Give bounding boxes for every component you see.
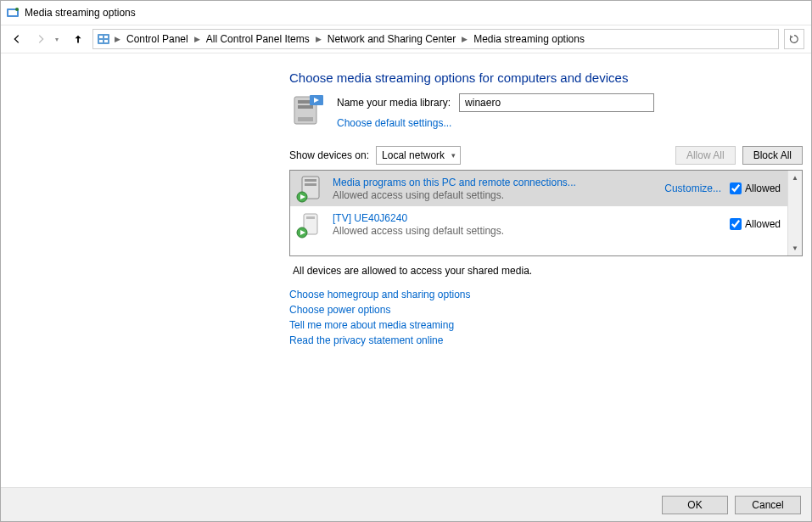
choose-default-settings-link[interactable]: Choose default settings...: [337, 117, 654, 129]
address-bar[interactable]: ▶ Control Panel ▶ All Control Panel Item…: [92, 29, 779, 49]
power-options-link[interactable]: Choose power options: [289, 304, 803, 316]
device-status: Allowed access using default settings.: [333, 225, 721, 237]
device-item[interactable]: Media programs on this PC and remote con…: [290, 171, 787, 206]
block-all-button[interactable]: Block All: [742, 146, 803, 165]
content-area: Choose media streaming options for compu…: [1, 53, 811, 346]
svg-rect-20: [306, 216, 315, 219]
forward-button[interactable]: [31, 30, 50, 48]
cancel-button[interactable]: Cancel: [735, 496, 801, 514]
device-name-link[interactable]: [TV] UE40J6240: [333, 212, 721, 224]
app-icon: [6, 6, 20, 20]
history-dropdown[interactable]: ▾: [55, 36, 64, 43]
chevron-right-icon[interactable]: ▶: [193, 35, 201, 43]
allowed-checkbox[interactable]: Allowed: [730, 218, 781, 230]
back-button[interactable]: [8, 30, 26, 48]
scroll-up-button[interactable]: ▲: [788, 171, 802, 185]
device-list: Media programs on this PC and remote con…: [289, 170, 803, 256]
footer: OK Cancel: [1, 487, 811, 521]
allowed-checkbox[interactable]: Allowed: [730, 182, 781, 194]
allowed-label: Allowed: [745, 218, 781, 230]
breadcrumb-item[interactable]: Network and Sharing Center: [324, 33, 459, 45]
device-item[interactable]: [TV] UE40J6240 Allowed access using defa…: [290, 206, 787, 242]
svg-rect-4: [99, 36, 103, 38]
svg-rect-1: [8, 10, 17, 15]
page-heading: Choose media streaming options for compu…: [289, 70, 803, 85]
play-icon: [296, 191, 308, 203]
show-devices-label: Show devices on:: [289, 149, 369, 161]
up-button[interactable]: [69, 30, 87, 48]
title-bar: Media streaming options: [1, 1, 811, 25]
window-title: Media streaming options: [25, 7, 136, 19]
library-name-input[interactable]: [459, 93, 654, 112]
library-name-row: Name your media library: Choose default …: [289, 93, 803, 131]
allowed-checkbox-input[interactable]: [730, 218, 742, 230]
breadcrumb-item[interactable]: Media streaming options: [470, 33, 588, 45]
allow-all-button[interactable]: Allow All: [675, 146, 736, 165]
ok-button[interactable]: OK: [662, 496, 728, 514]
scroll-track[interactable]: [788, 185, 802, 241]
svg-rect-16: [305, 183, 316, 186]
svg-point-2: [15, 8, 19, 11]
svg-rect-11: [298, 117, 313, 121]
network-select[interactable]: Local network: [376, 146, 461, 165]
svg-rect-5: [104, 36, 108, 38]
privacy-link[interactable]: Read the privacy statement online: [289, 334, 803, 346]
chevron-right-icon[interactable]: ▶: [315, 35, 322, 43]
svg-rect-15: [305, 179, 316, 182]
scrollbar[interactable]: ▲ ▼: [787, 171, 802, 255]
svg-rect-3: [98, 34, 109, 44]
allowed-label: Allowed: [745, 182, 781, 194]
device-name-link[interactable]: Media programs on this PC and remote con…: [333, 177, 656, 188]
refresh-button[interactable]: [784, 29, 804, 49]
computer-icon: [289, 93, 327, 131]
breadcrumb-item[interactable]: Control Panel: [123, 33, 192, 45]
breadcrumb-item[interactable]: All Control Panel Items: [203, 33, 313, 45]
allowed-checkbox-input[interactable]: [730, 182, 742, 194]
filter-row: Show devices on: Local network Allow All…: [289, 146, 803, 165]
media-device-icon: [297, 175, 324, 202]
control-panel-icon: [97, 32, 110, 46]
chevron-right-icon[interactable]: ▶: [461, 35, 468, 43]
homegroup-link[interactable]: Choose homegroup and sharing options: [289, 289, 803, 300]
chevron-right-icon[interactable]: ▶: [114, 35, 121, 43]
tell-more-link[interactable]: Tell me more about media streaming: [289, 319, 803, 331]
customize-link[interactable]: Customize...: [664, 182, 721, 194]
device-status: Allowed access using default settings.: [333, 189, 656, 201]
related-links: Choose homegroup and sharing options Cho…: [289, 289, 803, 346]
svg-rect-7: [104, 40, 108, 42]
svg-rect-6: [99, 40, 103, 42]
media-device-icon: [297, 210, 324, 238]
status-text: All devices are allowed to access your s…: [293, 265, 799, 277]
library-name-label: Name your media library:: [337, 97, 451, 109]
scroll-down-button[interactable]: ▼: [788, 241, 802, 255]
svg-rect-10: [298, 105, 313, 109]
play-icon: [296, 227, 308, 239]
navigation-bar: ▾ ▶ Control Panel ▶ All Control Panel It…: [1, 25, 811, 53]
